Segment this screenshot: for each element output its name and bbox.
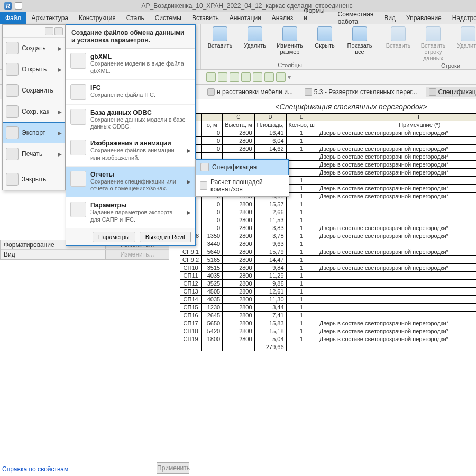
- tool-icon[interactable]: [230, 72, 239, 82]
- menu-анализ[interactable]: Анализ: [267, 12, 299, 24]
- ribbon-btn[interactable]: Удалить: [240, 26, 270, 49]
- export-option[interactable]: gbXMLСохранение модели в виде файла gbXM…: [66, 49, 195, 80]
- file-menu-item[interactable]: Закрыть: [3, 169, 65, 190]
- table-row[interactable]: СП9.25165280014,471: [180, 256, 477, 264]
- export-icon: [70, 109, 86, 125]
- ribbon-icon: [352, 26, 367, 41]
- export-option[interactable]: IFCСохранение файла IFC.: [66, 80, 195, 105]
- menu-управление[interactable]: Управление: [401, 12, 447, 24]
- table-row[interactable]: СП19180028005,041Дверь в составе светопр…: [180, 335, 477, 343]
- tool-icon[interactable]: [218, 72, 227, 82]
- properties-help-link[interactable]: Справка по свойствам: [2, 465, 68, 473]
- export-submenu: Создание файлов обмена данными и установ…: [66, 24, 196, 246]
- qat: [15, 2, 22, 10]
- schedule-table[interactable]: CDEFо, мВысота, мПлощадь,Кол-во, шПримеч…: [180, 113, 476, 351]
- apply-button[interactable]: Применить: [157, 462, 189, 474]
- table-row[interactable]: СП7.8135028003,781Дверь в составе светоп…: [180, 232, 477, 240]
- ribbon-btn[interactable]: Вставить: [383, 26, 413, 49]
- table-row[interactable]: 028006,041: [180, 137, 477, 145]
- ribbon-group-title: Строки: [383, 61, 476, 69]
- table-row[interactable]: СП9.15640280015,791Дверь в составе свето…: [180, 248, 477, 256]
- table-row[interactable]: СП10351528009,841Дверь в составе светопр…: [180, 264, 477, 272]
- submenu-header: Создание файлов обмена данными и установ…: [66, 25, 195, 49]
- table-row[interactable]: 028003,831Дверь в составе светопрозрачно…: [180, 224, 477, 232]
- table-row[interactable]: СП12352528009,861: [180, 280, 477, 288]
- menu-системы[interactable]: Системы: [150, 12, 187, 24]
- ribbon-btn[interactable]: Скрыть: [310, 26, 340, 49]
- table-row[interactable]: СП185420280015,181Дверь в составе светоп…: [180, 327, 477, 335]
- table-row[interactable]: СП8344028009,631: [180, 240, 477, 248]
- table-row[interactable]: СП15123028003,441: [180, 304, 477, 312]
- view-tab[interactable]: Спецификация стеклянны: [426, 87, 476, 97]
- menu-сталь[interactable]: Сталь: [121, 12, 150, 24]
- tool-icon[interactable]: [276, 72, 286, 82]
- table-row[interactable]: СП175650280015,831Дверь в составе светоп…: [180, 319, 477, 327]
- file-menu-item[interactable]: Открыть▶: [3, 59, 65, 80]
- ribbon-icon: [461, 26, 475, 41]
- export-option[interactable]: Изображения и анимацииСохранение файлов …: [66, 135, 195, 167]
- menu-icon: [6, 148, 19, 160]
- menu-вид[interactable]: Вид: [379, 12, 401, 24]
- file-menu-item[interactable]: Создать▶: [3, 38, 65, 59]
- options-button[interactable]: Параметры: [93, 232, 135, 242]
- ribbon-icon: [282, 26, 297, 41]
- ribbon-btn[interactable]: Изменить размер: [275, 26, 305, 55]
- report-option[interactable]: Спецификация: [196, 159, 289, 175]
- menu-icon: [6, 63, 19, 76]
- table-row[interactable]: 0280011,531: [180, 216, 477, 224]
- tab-icon: [429, 88, 436, 96]
- table-row[interactable]: 0280014,621Дверь в составе светопрозрачн…: [180, 145, 477, 153]
- file-menu-item[interactable]: Печать▶: [3, 143, 65, 164]
- file-menu-item[interactable]: Экспорт▶: [3, 122, 65, 143]
- export-icon: [70, 84, 86, 100]
- table-row[interactable]: СП16264528007,411: [180, 312, 477, 319]
- table-row[interactable]: 0280016,411Дверь в составе светопрозрачн…: [180, 129, 477, 137]
- menu-надстройки[interactable]: Надстройки: [447, 12, 476, 24]
- table-row[interactable]: 028002,661: [180, 208, 477, 216]
- ribbon-icon: [248, 26, 262, 41]
- menu-icon: [6, 173, 19, 186]
- menu-вставить[interactable]: Вставить: [187, 12, 224, 24]
- app-logo: R: [4, 2, 12, 10]
- ribbon-btn[interactable]: Удалить: [453, 26, 476, 49]
- report-icon: [200, 163, 209, 171]
- menu-icon: [6, 42, 19, 54]
- file-menu-item[interactable]: Сохранить: [3, 80, 65, 101]
- ribbon-icon: [426, 26, 441, 41]
- menubar: ФайлАрхитектураКонструкцияСтальСистемыВс…: [0, 12, 476, 24]
- file-menu-item[interactable]: Сохр. как▶: [3, 101, 65, 122]
- report-option[interactable]: Расчет площадей комнат/зон: [196, 175, 289, 196]
- tab-icon: [305, 88, 312, 96]
- menu-совместная работа[interactable]: Совместная работа: [333, 12, 379, 24]
- table-row[interactable]: СП144035280011,301: [180, 296, 477, 304]
- table-row[interactable]: СП114035280011,291: [180, 272, 477, 280]
- ribbon-icon: [213, 26, 227, 41]
- tool-icon[interactable]: [241, 72, 251, 82]
- export-option[interactable]: База данных ODBCСохранение данных модели…: [66, 105, 195, 136]
- ribbon-btn[interactable]: Вставить: [205, 26, 235, 49]
- tool-icon[interactable]: [253, 72, 262, 82]
- export-option[interactable]: ОтчетыСохранение спецификации или отчета…: [66, 167, 195, 198]
- menu-конструкция[interactable]: Конструкция: [74, 12, 121, 24]
- ribbon-btn[interactable]: Вставить строку данных: [418, 26, 448, 61]
- view-tab[interactable]: 5.3 - Развертки стеклянных перег...: [301, 87, 420, 97]
- tool-icon[interactable]: [264, 72, 274, 82]
- ribbon-btn[interactable]: Показать все: [345, 26, 374, 55]
- menu-файл[interactable]: Файл: [0, 12, 26, 24]
- recent-docs-icon[interactable]: [45, 27, 53, 35]
- qat-icon[interactable]: [15, 2, 22, 10]
- menu-аннотации[interactable]: Аннотации: [224, 12, 267, 24]
- table-row[interactable]: СП134505280012,611: [180, 288, 477, 296]
- menu-формы и генплан[interactable]: Формы и генплан: [298, 12, 332, 24]
- tool-icon[interactable]: [206, 72, 216, 82]
- recent-docs-icon[interactable]: [54, 27, 63, 35]
- menu-архитектура[interactable]: Архитектура: [26, 12, 74, 24]
- table-row[interactable]: 0280015,571: [180, 200, 477, 208]
- menu-icon: [6, 126, 19, 139]
- exit-revit-button[interactable]: Выход из Revit: [140, 232, 191, 242]
- export-icon: [70, 140, 86, 155]
- window-title: АР_Воздвиженка_10_ХРАН_2022_04_12_каркас…: [22, 2, 472, 10]
- view-tab[interactable]: н расстановки мебели и...: [204, 87, 296, 97]
- property-row[interactable]: ВидИзменить...: [1, 250, 169, 259]
- export-option[interactable]: ПараметрыЗадание параметров экспорта для…: [66, 197, 195, 228]
